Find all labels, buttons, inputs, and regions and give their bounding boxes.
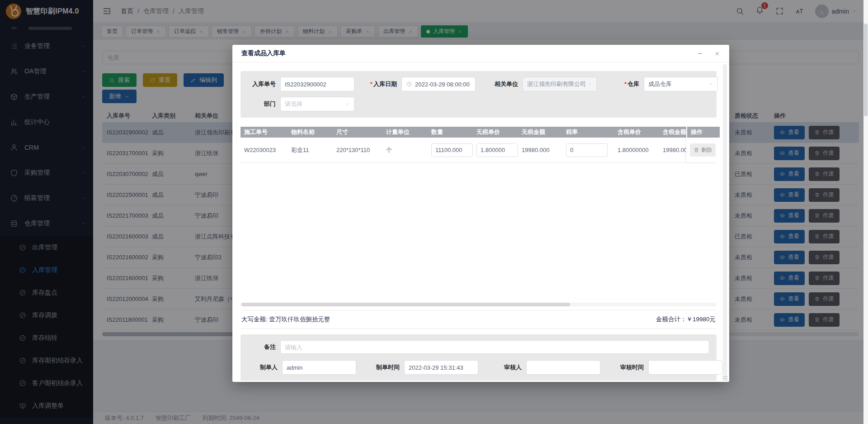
warehouse-label: *仓库 <box>604 80 639 88</box>
department-select[interactable]: 请选择 <box>280 97 354 111</box>
warehouse-select[interactable]: 成品仓库 <box>644 77 718 91</box>
close-glyph <box>714 51 720 57</box>
modal-resize-handle[interactable] <box>722 375 728 381</box>
items-col-7: 税率 <box>562 127 614 138</box>
close-icon[interactable] <box>714 51 720 57</box>
caret-glyph <box>708 81 713 87</box>
scrollbar-thumb[interactable] <box>864 24 868 116</box>
required-mark: * <box>370 81 373 87</box>
create-time-label: 制单时间 <box>370 363 400 372</box>
modal-items-table: 施工单号物料名称尺寸计量单位数量无税单价无税金额税率含税单价含税金额操作 W22… <box>241 127 717 306</box>
cell-actions: 删除 <box>686 138 719 162</box>
field-audit-time: 审核时间 <box>614 360 722 375</box>
related-unit-select[interactable]: 浙江领先印刷有限公司 <box>523 77 597 91</box>
creator-label: 制单人 <box>248 363 278 372</box>
field-department: 部门 请选择 <box>241 97 354 111</box>
field-remark: 备注 <box>248 340 709 354</box>
items-col-9: 含税金额 <box>659 127 686 138</box>
field-create-time: 制单时间 <box>370 360 478 375</box>
auditor-input[interactable] <box>526 360 600 375</box>
page-vertical-scrollbar[interactable] <box>863 0 868 424</box>
items-col-5: 无税单价 <box>473 127 518 138</box>
chevron-down-icon <box>344 101 350 107</box>
items-table-header: 施工单号物料名称尺寸计量单位数量无税单价无税金额税率含税单价含税金额操作 <box>241 127 717 138</box>
amount-in-words: 大写金额: 壹万玖仟玖佰捌拾元整 <box>241 315 330 324</box>
modal-view-inbound-order: 查看成品入库单 入库单号 *入库日期 2022-03-29 08:00:00 <box>232 45 729 382</box>
items-col-6: 无税金额 <box>518 127 562 138</box>
items-col-actions: 操作 <box>687 127 720 138</box>
date-label: *入库日期 <box>362 80 397 88</box>
window-buttons <box>697 51 720 57</box>
unit-label: 相关单位 <box>483 80 518 88</box>
clock-glyph <box>406 81 412 87</box>
amount-summary: 大写金额: 壹万玖仟玖佰捌拾元整 金额合计：￥19980元 <box>241 310 717 329</box>
modal-body: 入库单号 *入库日期 2022-03-29 08:00:00 相关单位 浙江领先… <box>232 62 729 382</box>
caret-glyph <box>344 101 350 107</box>
field-auditor: 审核人 <box>492 360 600 375</box>
cell-tax-price: 1.80000000 <box>614 147 659 153</box>
items-col-8: 含税单价 <box>614 127 659 138</box>
modal-titlebar: 查看成品入库单 <box>232 45 729 62</box>
clock-icon <box>406 81 412 87</box>
items-col-2: 尺寸 <box>333 127 382 138</box>
date-input[interactable]: 2022-03-29 08:00:00 <box>401 77 476 91</box>
modal-vertical-scrollbar[interactable] <box>723 64 727 380</box>
auditor-label: 审核人 <box>492 363 522 372</box>
items-col-0: 施工单号 <box>241 127 288 138</box>
order-no-label: 入库单号 <box>241 80 276 88</box>
cell-qty <box>428 143 473 157</box>
modal-form-panel: 入库单号 *入库日期 2022-03-29 08:00:00 相关单位 浙江领先… <box>241 71 717 118</box>
minimize-icon[interactable] <box>697 51 703 57</box>
amount-total: 金额合计：￥19980元 <box>656 315 716 324</box>
cell-tax-amount: 19980.000 <box>659 147 686 153</box>
cell-price <box>473 143 518 157</box>
creator-input[interactable] <box>282 360 356 375</box>
order-no-input[interactable] <box>280 77 354 91</box>
field-warehouse: *仓库 成品仓库 <box>604 77 718 91</box>
create-time-input[interactable] <box>404 360 478 375</box>
scrollbar-thumb[interactable] <box>241 303 570 306</box>
tax-rate-input[interactable] <box>566 143 608 157</box>
field-related-unit: 相关单位 浙江领先印刷有限公司 <box>483 77 597 91</box>
field-creator: 制单人 <box>248 360 356 375</box>
minus-glyph <box>697 51 703 57</box>
remark-input[interactable] <box>280 340 709 354</box>
cell-size: 220*130*110 <box>333 147 382 153</box>
items-col-3: 计量单位 <box>382 127 428 138</box>
items-col-1: 物料名称 <box>288 127 333 138</box>
items-table-empty-space <box>241 163 717 301</box>
delete-row-button[interactable]: 删除 <box>690 143 716 157</box>
chevron-down-icon <box>708 81 713 87</box>
field-order-no: 入库单号 <box>241 77 354 91</box>
trash-glyph <box>693 147 699 153</box>
audit-time-label: 审核时间 <box>614 363 644 372</box>
required-mark: * <box>624 81 627 87</box>
cell-amount: 19980.000 <box>518 147 562 153</box>
items-col-4: 数量 <box>428 127 473 138</box>
modal-title: 查看成品入库单 <box>241 49 286 57</box>
chevron-down-icon <box>587 81 592 87</box>
remark-label: 备注 <box>248 343 276 351</box>
audit-time-input[interactable] <box>648 360 722 375</box>
dept-label: 部门 <box>241 100 276 108</box>
items-table-row: W22030023 彩盒11 220*130*110 个 19980.000 1… <box>241 138 717 163</box>
caret-glyph <box>587 81 592 87</box>
qty-input[interactable] <box>431 143 473 157</box>
items-horizontal-scrollbar[interactable] <box>241 303 717 306</box>
cell-tax-rate <box>562 143 614 157</box>
field-inbound-date: *入库日期 2022-03-29 08:00:00 <box>362 77 476 91</box>
cell-unit: 个 <box>382 146 428 154</box>
trash-icon <box>693 147 699 153</box>
cell-material: 彩盒11 <box>288 146 333 154</box>
modal-footer-panel: 备注 制单人 制单时间 审核人 审核时间 <box>241 334 717 381</box>
price-input[interactable] <box>476 143 518 157</box>
cell-work-no: W22030023 <box>241 147 288 153</box>
